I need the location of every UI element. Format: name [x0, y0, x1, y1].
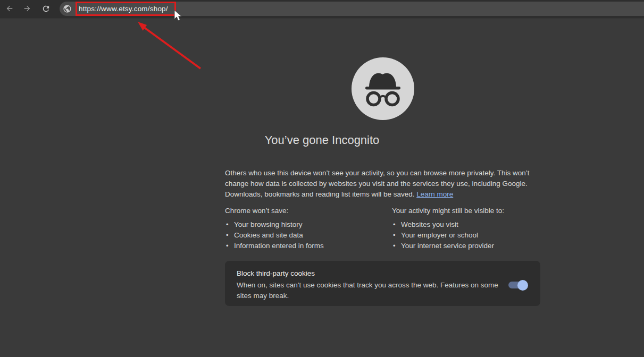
bullet-icon: •: [393, 241, 396, 251]
browser-toolbar: https://www.etsy.com/shop/: [0, 0, 644, 19]
wont-save-list: •Your browsing history •Cookies and site…: [225, 219, 324, 251]
list-item: •Cookies and site data: [225, 230, 324, 241]
incognito-icon: [352, 113, 414, 122]
list-item: •Your employer or school: [392, 230, 504, 241]
bullet-icon: •: [226, 241, 229, 251]
list-item: •Your internet service provider: [392, 241, 504, 251]
list-item: •Your browsing history: [225, 219, 324, 230]
back-button[interactable]: [4, 3, 15, 14]
arrow-forward-icon: [23, 4, 31, 13]
list-item: •Websites you visit: [392, 219, 504, 230]
intro-paragraph: Others who use this device won’t see you…: [225, 168, 540, 200]
block-cookies-description: When on, sites can't use cookies that tr…: [237, 280, 507, 301]
list-item: •Information entered in forms: [225, 241, 324, 251]
block-cookies-card: Block third-party cookies When on, sites…: [225, 261, 540, 306]
wont-save-header: Chrome won’t save:: [225, 207, 324, 215]
address-bar-url: https://www.etsy.com/shop/: [79, 2, 168, 16]
globe-icon[interactable]: [63, 4, 72, 13]
intro-text: Others who use this device won’t see you…: [225, 169, 530, 198]
forward-button[interactable]: [22, 3, 32, 14]
still-visible-list: •Websites you visit •Your employer or sc…: [392, 219, 504, 251]
still-visible-header: Your activity might still be visible to:: [392, 207, 504, 215]
bullet-icon: •: [226, 219, 229, 230]
bullet-icon: •: [226, 230, 229, 241]
reload-icon: [41, 4, 51, 13]
reload-button[interactable]: [40, 3, 51, 14]
toggle-thumb: [517, 280, 528, 291]
wont-save-column: Chrome won’t save: •Your browsing histor…: [225, 207, 324, 251]
address-bar[interactable]: https://www.etsy.com/shop/: [60, 2, 644, 16]
block-cookies-title: Block third-party cookies: [237, 269, 530, 277]
bullet-icon: •: [393, 219, 396, 230]
learn-more-link[interactable]: Learn more: [416, 190, 453, 198]
block-cookies-toggle[interactable]: [508, 282, 526, 288]
arrow-back-icon: [5, 4, 14, 13]
bullet-icon: •: [393, 230, 396, 241]
page-title: You’ve gone Incognito: [0, 133, 644, 147]
incognito-badge: [352, 57, 414, 120]
still-visible-column: Your activity might still be visible to:…: [392, 207, 504, 251]
incognito-new-tab-screen: https://www.etsy.com/shop/ You’ve gone I…: [0, 0, 644, 357]
